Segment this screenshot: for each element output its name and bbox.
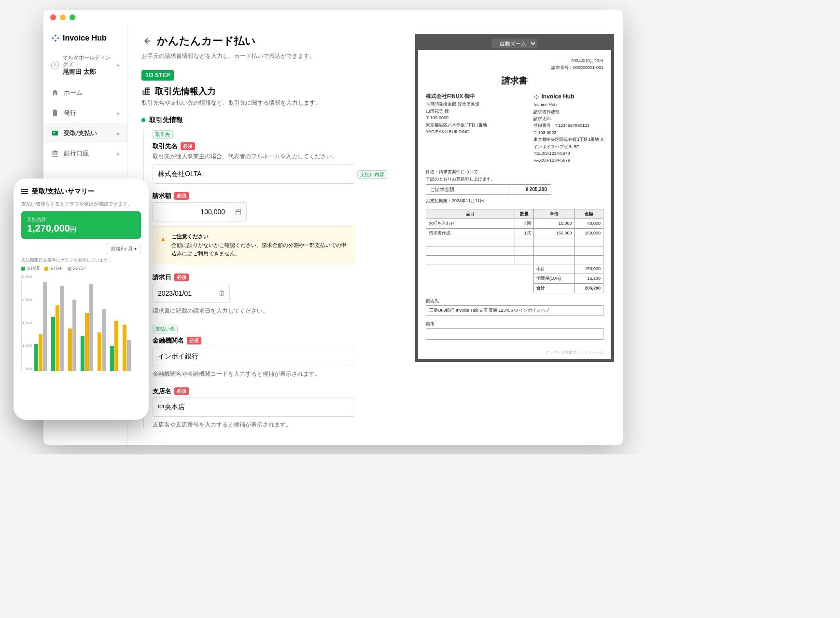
doc-to-bldg: YAGISAKU BUILDING bbox=[426, 128, 487, 135]
bar-group bbox=[110, 321, 118, 371]
partner-help: 取引先が個人事業主の場合、代表者のフルネームを入力してください。 bbox=[153, 152, 402, 161]
nav-label: 銀行口座 bbox=[64, 149, 89, 158]
required-badge: 必須 bbox=[181, 142, 195, 150]
doc-to-addr: 東京都港区八木作坂1丁目1番地 bbox=[426, 122, 487, 128]
doc-from-co: Invoice Hub bbox=[533, 101, 603, 108]
amount-input[interactable] bbox=[153, 202, 230, 221]
avatar-icon bbox=[51, 61, 59, 69]
doc-from-fax: FAX:03-1234-5679 bbox=[533, 157, 603, 164]
bar bbox=[68, 329, 72, 371]
doc-date: 2024年10月20日 bbox=[426, 58, 603, 65]
sidebar-item-home[interactable]: ホーム bbox=[43, 82, 127, 103]
warning-box: ▲ ご注意ください 金額に誤りがないかご確認ください。請求金額の分割や一部支払い… bbox=[153, 226, 355, 264]
window-title-bar bbox=[43, 10, 623, 25]
table-row bbox=[426, 238, 603, 247]
bar bbox=[89, 284, 93, 371]
summary-card: 支払合計 1,270,000円 bbox=[21, 211, 141, 239]
chevron-right-icon: ▸ bbox=[117, 131, 120, 136]
user-switcher[interactable]: オルタホールディングズ 尾留田 太郎 ▸ bbox=[43, 51, 127, 82]
step-chip: 1/3 STEP bbox=[141, 70, 174, 81]
user-name: 尾留田 太郎 bbox=[63, 68, 113, 76]
th-qty: 数量 bbox=[515, 209, 534, 219]
menu-icon[interactable] bbox=[21, 189, 28, 194]
chevron-right-icon: ▸ bbox=[117, 62, 120, 68]
doc-from-reg: 登録番号：T1234567890123 bbox=[533, 122, 603, 129]
zoom-select[interactable]: 自動ズーム bbox=[492, 39, 537, 48]
nav-label: ホーム bbox=[64, 88, 83, 97]
branch-label: 支店名 bbox=[153, 387, 171, 396]
bill-date-label: 請求日 bbox=[153, 273, 171, 282]
bar-group bbox=[68, 300, 76, 371]
doc-subject: 件名：請求書案件について bbox=[426, 169, 603, 175]
nav-label: 受取/支払い bbox=[64, 129, 97, 137]
doc-from-person: 請求太郎 bbox=[533, 115, 603, 122]
warning-icon: ▲ bbox=[160, 233, 167, 258]
doc-from-dept: 請求書作成部 bbox=[533, 109, 603, 115]
summary-unit: 円 bbox=[70, 226, 76, 233]
warn-title: ご注意ください bbox=[171, 233, 348, 241]
form-column: かんたんカード払い お手元の請求書情報などを入力し、カード払いで振込ができます。… bbox=[128, 25, 415, 445]
document-icon bbox=[51, 109, 59, 117]
bar bbox=[123, 325, 126, 371]
bar bbox=[34, 344, 38, 371]
bill-date-input[interactable] bbox=[153, 284, 230, 303]
bar bbox=[81, 336, 84, 371]
bar bbox=[85, 313, 89, 371]
th-unit: 単価 bbox=[534, 209, 575, 219]
doc-transfer-value: 三菱UFJ銀行 Invoice Hub支店 普通 12345678 インボイスハ… bbox=[426, 305, 603, 316]
doc-from-zip: 〒103-0023 bbox=[533, 129, 603, 136]
partner-name-input[interactable] bbox=[153, 165, 355, 184]
preview-column: 自動ズーム 2024年10月20日 請求番号：000000001-001 請求書… bbox=[415, 25, 623, 445]
doc-to-zip: 〒100-0000 bbox=[426, 114, 487, 121]
partner-label: 取引先名 bbox=[153, 142, 178, 151]
bar bbox=[56, 305, 59, 371]
nav-label: 発行 bbox=[64, 109, 76, 117]
th-item: 品目 bbox=[426, 209, 515, 219]
bar-group bbox=[98, 309, 106, 371]
page-title: かんたんカード払い bbox=[157, 34, 256, 48]
page-subtitle: お手元の請求書情報などを入力し、カード払いで振込ができます。 bbox=[141, 52, 402, 60]
doc-from-brand: Invoice Hub bbox=[541, 92, 574, 101]
doc-to-dept: 企画開発推進部 販売促進課 bbox=[426, 101, 487, 108]
doc-amount-label: ご請求金額 bbox=[426, 184, 508, 195]
logo-icon bbox=[51, 34, 60, 42]
pdf-preview: 自動ズーム 2024年10月20日 請求番号：000000001-001 請求書… bbox=[415, 34, 614, 362]
doc-to-name: 株式会社FINUX 御中 bbox=[426, 92, 487, 101]
window-max-dot[interactable] bbox=[70, 14, 75, 20]
bank-name-input[interactable] bbox=[153, 347, 355, 366]
window-min-dot[interactable] bbox=[60, 14, 66, 20]
bar bbox=[98, 332, 101, 371]
required-badge: 必須 bbox=[187, 337, 201, 344]
doc-remarks-label: 備考 bbox=[426, 321, 603, 327]
user-company: オルタホールディングズ bbox=[63, 54, 113, 68]
range-select[interactable]: 前後6ヶ月 ▾ bbox=[107, 244, 141, 254]
window-close-dot[interactable] bbox=[50, 14, 56, 20]
back-arrow-icon[interactable] bbox=[141, 36, 152, 46]
doc-number: 請求番号：000000001-001 bbox=[426, 65, 603, 71]
wallet-icon bbox=[51, 129, 59, 137]
sidebar-item-receive-pay[interactable]: 受取/支払い ▸ bbox=[43, 123, 127, 143]
branch-name-input[interactable] bbox=[153, 398, 355, 417]
table-row: 請求書作成1式150,000150,000 bbox=[426, 228, 603, 238]
doc-to-person: 山田花子 様 bbox=[426, 108, 487, 114]
bar-group bbox=[123, 325, 131, 371]
sidebar-item-bank[interactable]: 銀行口座 ▸ bbox=[43, 143, 127, 164]
chevron-right-icon: ▸ bbox=[117, 110, 120, 116]
th-amt: 金額 bbox=[574, 209, 603, 219]
tag-partner: 取引先 bbox=[153, 130, 173, 139]
svg-point-0 bbox=[54, 63, 56, 65]
warn-body: 金額に誤りがないかご確認ください。請求金額の分割や一部支払いでの申込みにはご利用… bbox=[171, 241, 348, 258]
summary-label: 支払合計 bbox=[27, 216, 135, 223]
bar bbox=[51, 317, 55, 371]
sidebar-item-issue[interactable]: 発行 ▸ bbox=[43, 103, 127, 123]
app-logo[interactable]: Invoice Hub bbox=[43, 34, 127, 51]
summary-chart: 2,5002,0001,5001,000500 bbox=[21, 275, 141, 371]
table-row bbox=[426, 255, 603, 264]
section-subtitle: 取引先名や支払い先の情報など、取引先に関する情報を入力します。 bbox=[141, 99, 402, 107]
doc-greeting: 下記のとおりお見積申し上げます。 bbox=[426, 176, 603, 182]
doc-from-bldg: インボイスハブビル 5F bbox=[533, 143, 603, 150]
building-icon bbox=[141, 86, 151, 96]
bar bbox=[60, 286, 64, 371]
bar bbox=[72, 300, 76, 371]
mobile-subtitle: 支払い管理をするとグラフや状況が確認できます。 bbox=[21, 201, 141, 207]
